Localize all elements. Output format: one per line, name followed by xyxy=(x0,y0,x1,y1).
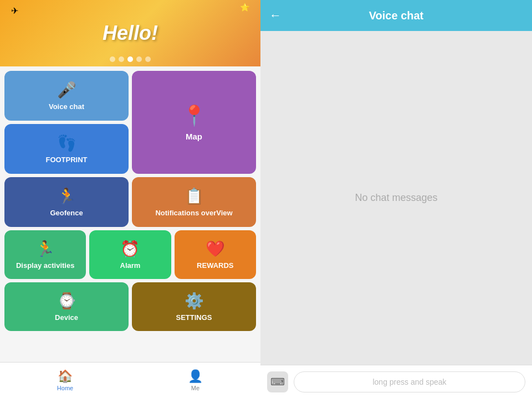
dot-5 xyxy=(145,56,151,62)
keyboard-icon: ⌨ xyxy=(270,376,285,388)
dot-3 xyxy=(127,56,133,62)
notifications-label: Notifications overView xyxy=(155,209,232,218)
no-messages-text: No chat messages xyxy=(355,192,437,204)
alarm-tile[interactable]: ⏰ Alarm xyxy=(89,230,171,279)
settings-icon: ⚙️ xyxy=(185,292,204,310)
nav-me[interactable]: 👤 Me xyxy=(130,363,260,398)
map-tile[interactable]: 📍 Map xyxy=(132,71,256,174)
rewards-label: REWARDS xyxy=(197,261,233,270)
keyboard-button[interactable]: ⌨ xyxy=(267,371,288,392)
notifications-tile[interactable]: 📋 Notifications overView xyxy=(132,177,256,227)
geofence-tile[interactable]: 🏃 Geofence xyxy=(4,177,129,227)
alarm-label: Alarm xyxy=(120,261,141,270)
alarm-icon: ⏰ xyxy=(120,240,140,258)
hero-banner: ✈ ⭐ Hello! xyxy=(0,0,260,66)
left-panel: ✈ ⭐ Hello! 🎤 Voice chat 👣 FOOTPR xyxy=(0,0,260,398)
left-col-1: 🎤 Voice chat 👣 FOOTPRINT xyxy=(4,71,129,174)
me-label: Me xyxy=(191,385,200,391)
hero-dots xyxy=(110,56,151,62)
right-panel: ← Voice chat No chat messages ⌨ long pre… xyxy=(260,0,532,398)
device-icon: ⌚ xyxy=(57,292,76,310)
settings-tile[interactable]: ⚙️ SETTINGS xyxy=(132,282,256,331)
person-icon: 👤 xyxy=(188,369,203,384)
dot-4 xyxy=(136,56,142,62)
voice-chat-header: ← Voice chat xyxy=(260,0,532,31)
device-label: Device xyxy=(55,313,78,322)
footprint-label: FOOTPRINT xyxy=(45,156,87,164)
dot-1 xyxy=(110,56,115,62)
chat-input-bar: ⌨ long press and speak xyxy=(260,365,532,398)
row-4: ⌚ Device ⚙️ SETTINGS xyxy=(4,282,256,331)
settings-label: SETTINGS xyxy=(176,313,212,322)
hello-text: Hello! xyxy=(103,22,158,45)
nav-home[interactable]: 🏠 Home xyxy=(0,363,130,398)
rewards-icon: ❤️ xyxy=(206,240,225,258)
footprint-icon: 👣 xyxy=(57,134,76,152)
row-2: 🏃 Geofence 📋 Notifications overView xyxy=(4,177,256,227)
display-activities-tile[interactable]: 🏃 Display activities xyxy=(4,230,86,279)
bottom-nav: 🏠 Home 👤 Me xyxy=(0,362,260,398)
speak-placeholder: long press and speak xyxy=(372,378,446,386)
rewards-tile[interactable]: ❤️ REWARDS xyxy=(175,230,256,279)
geofence-label: Geofence xyxy=(50,209,83,218)
map-label: Map xyxy=(186,132,202,141)
geofence-icon: 🏃 xyxy=(57,187,76,205)
row-1: 🎤 Voice chat 👣 FOOTPRINT 📍 Map xyxy=(4,71,256,174)
chat-area: No chat messages xyxy=(260,31,532,365)
footprint-tile[interactable]: 👣 FOOTPRINT xyxy=(4,124,129,174)
stars-icon: ⭐ xyxy=(240,3,249,12)
notifications-icon: 📋 xyxy=(185,187,204,205)
dot-2 xyxy=(119,56,124,62)
back-button[interactable]: ← xyxy=(269,8,282,23)
home-icon: 🏠 xyxy=(58,369,73,384)
voice-chat-title: Voice chat xyxy=(369,9,424,22)
running-icon: 🏃 xyxy=(35,240,55,258)
speak-button[interactable]: long press and speak xyxy=(294,371,525,392)
map-pin-icon: 📍 xyxy=(182,104,207,127)
voice-chat-tile[interactable]: 🎤 Voice chat xyxy=(4,71,129,121)
voice-chat-label: Voice chat xyxy=(49,102,84,111)
home-label: Home xyxy=(57,385,73,391)
device-tile[interactable]: ⌚ Device xyxy=(4,282,129,331)
grid-area: 🎤 Voice chat 👣 FOOTPRINT 📍 Map 🏃 Geofenc… xyxy=(0,66,260,362)
display-activities-label: Display activities xyxy=(16,261,75,270)
row-3: 🏃 Display activities ⏰ Alarm ❤️ REWARDS xyxy=(4,230,256,279)
microphone-icon: 🎤 xyxy=(57,81,76,99)
plane-icon: ✈ xyxy=(11,6,18,16)
